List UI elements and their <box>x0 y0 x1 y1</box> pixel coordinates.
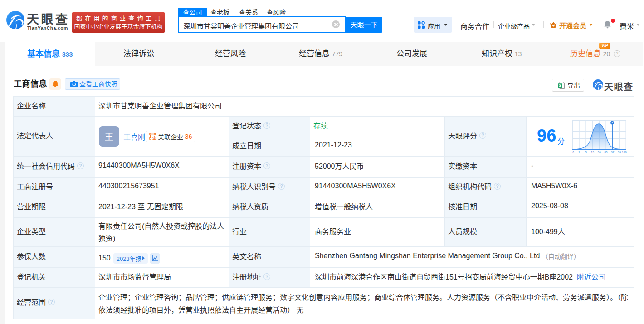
svg-text:3: 3 <box>585 151 587 154</box>
svg-text:85: 85 <box>604 151 608 154</box>
svg-text:99: 99 <box>618 151 621 154</box>
svg-text:50: 50 <box>598 151 601 154</box>
svg-text:1: 1 <box>578 151 580 154</box>
svg-text:企: 企 <box>152 136 156 140</box>
svg-text:100: 100 <box>622 151 627 154</box>
svg-text:0: 0 <box>572 151 574 154</box>
svg-text:15: 15 <box>591 151 595 154</box>
svg-text:97: 97 <box>611 151 615 154</box>
